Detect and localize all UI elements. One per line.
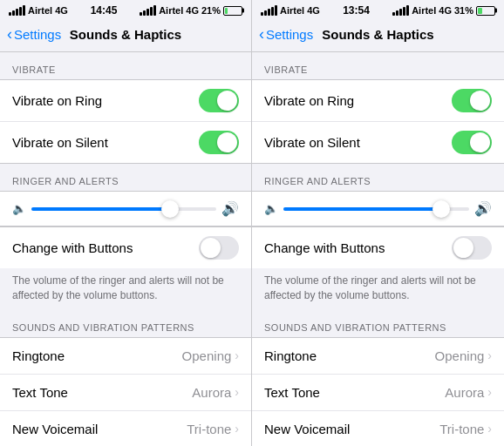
sounds-section-header: SOUNDS AND VIBRATION PATTERNS (252, 310, 504, 337)
sounds-section-header: SOUNDS AND VIBRATION PATTERNS (0, 310, 251, 337)
signal-bars (9, 5, 25, 16)
signal-bar (268, 9, 270, 16)
sound-cell-0[interactable]: Ringtone Opening› (252, 338, 504, 375)
battery-icon (476, 6, 495, 16)
sound-label-2: New Voicemail (12, 422, 98, 436)
change-buttons-cell: Change with Buttons (252, 226, 504, 268)
vibrate-label-1: Vibrate on Silent (12, 135, 108, 150)
volume-high-icon: 🔊 (474, 200, 492, 217)
battery-fill (478, 8, 482, 14)
sound-label-0: Ringtone (264, 348, 317, 363)
vibrate-cell-0: Vibrate on Ring (252, 80, 504, 122)
slider-row: 🔈 🔊 (264, 200, 492, 217)
sound-value-2: Tri-tone› (187, 422, 239, 436)
vibrate-toggle-1[interactable] (452, 131, 492, 154)
signal-bar (392, 12, 395, 16)
slider-thumb[interactable] (432, 200, 450, 218)
back-label: Settings (266, 27, 313, 42)
volume-slider-track[interactable] (283, 207, 469, 211)
chevron-icon-1: › (235, 385, 239, 399)
chevron-icon-2: › (235, 422, 239, 436)
vibrate-toggle-1[interactable] (199, 131, 239, 154)
back-button[interactable]: ‹ Settings (7, 27, 61, 42)
signal-bar (399, 9, 402, 16)
signal-bar (140, 12, 142, 16)
vibrate-cell-1: Vibrate on Silent (0, 122, 251, 163)
change-buttons-label: Change with Buttons (264, 240, 385, 255)
signal-bar (261, 12, 263, 16)
signal-bars (261, 5, 277, 16)
battery-percent: 31% (454, 5, 473, 16)
nav-bar: ‹ Settings Sounds & Haptics (0, 19, 251, 52)
sound-label-0: Ringtone (12, 348, 65, 363)
sound-cell-1[interactable]: Text Tone Aurora› (0, 375, 251, 411)
content-area: VIBRATE Vibrate on Ring Vibrate on Silen… (0, 52, 251, 446)
nav-title: Sounds & Haptics (322, 27, 433, 42)
chevron-icon-0: › (235, 348, 239, 362)
change-buttons-label: Change with Buttons (12, 240, 133, 255)
slider-section: 🔈 🔊 (252, 191, 504, 226)
vibrate-toggle-0[interactable] (199, 89, 239, 112)
network: 4G (307, 5, 320, 16)
vibrate-label-0: Vibrate on Ring (264, 93, 354, 108)
sound-cell-2[interactable]: New Voicemail Tri-tone› (0, 411, 251, 446)
sound-cell-2[interactable]: New Voicemail Tri-tone› (252, 411, 504, 446)
panel-right: Airtel 4G 13:54 Airtel 4G 31% ‹ (252, 0, 504, 446)
change-buttons-cell: Change with Buttons (0, 226, 251, 268)
sounds-group: Ringtone Opening› Text Tone Aurora› New … (252, 337, 504, 446)
slider-row: 🔈 🔊 (12, 200, 239, 217)
vibrate-toggle-0[interactable] (452, 89, 492, 112)
signal-bar (153, 5, 156, 16)
carrier-r: Airtel (159, 5, 183, 16)
signal-bar (275, 5, 277, 16)
battery-tip (495, 9, 497, 13)
status-left: Airtel 4G (261, 5, 320, 16)
back-button[interactable]: ‹ Settings (259, 27, 313, 42)
network-r: 4G (439, 5, 452, 16)
sound-value-0: Opening› (435, 348, 492, 363)
carrier-r: Airtel (412, 5, 436, 16)
network-r: 4G (186, 5, 199, 16)
signal-bar (150, 7, 153, 16)
sound-label-1: Text Tone (264, 385, 320, 400)
status-right: Airtel 4G 21% (140, 5, 242, 16)
signal-bar (271, 7, 274, 16)
signal-bar (16, 9, 18, 16)
signal-bar (23, 5, 25, 16)
status-bar: Airtel 4G 14:45 Airtel 4G 21% (0, 0, 251, 19)
slider-thumb[interactable] (161, 200, 179, 218)
vibrate-cell-0: Vibrate on Ring (0, 80, 251, 122)
change-buttons-toggle[interactable] (452, 236, 492, 260)
nav-title: Sounds & Haptics (70, 27, 181, 42)
signal-bar (146, 9, 149, 16)
toggle-thumb-0 (217, 91, 237, 111)
battery-fill (225, 8, 228, 14)
ringer-section-header: RINGER AND ALERTS (0, 164, 251, 191)
volume-low-icon: 🔈 (264, 202, 278, 215)
sound-value-2: Tri-tone› (439, 422, 492, 436)
chevron-icon-1: › (487, 385, 492, 399)
signal-bar (396, 10, 398, 16)
signal-bar (406, 5, 409, 16)
vibrate-label-1: Vibrate on Silent (264, 135, 360, 150)
sound-cell-0[interactable]: Ringtone Opening› (0, 338, 251, 375)
network: 4G (55, 5, 68, 16)
sound-value-0: Opening› (182, 348, 239, 363)
vibrate-section-header: VIBRATE (252, 52, 504, 79)
change-buttons-toggle[interactable] (199, 236, 239, 260)
change-buttons-thumb (453, 238, 473, 258)
signal-bar (143, 10, 146, 16)
volume-high-icon: 🔊 (221, 200, 239, 217)
panel-left: Airtel 4G 14:45 Airtel 4G 21% ‹ (0, 0, 252, 446)
status-left: Airtel 4G (9, 5, 68, 16)
ringer-footnote: The volume of the ringer and alerts will… (0, 268, 251, 310)
signal-bar (9, 12, 11, 16)
volume-slider-track[interactable] (31, 207, 216, 211)
signal-bar (264, 10, 267, 16)
slider-fill (31, 207, 170, 211)
sound-cell-1[interactable]: Text Tone Aurora› (252, 375, 504, 411)
sound-value-1: Aurora› (445, 385, 492, 400)
vibrate-cell-1: Vibrate on Silent (252, 122, 504, 163)
change-buttons-thumb (201, 238, 221, 258)
back-chevron-icon: ‹ (259, 26, 264, 42)
